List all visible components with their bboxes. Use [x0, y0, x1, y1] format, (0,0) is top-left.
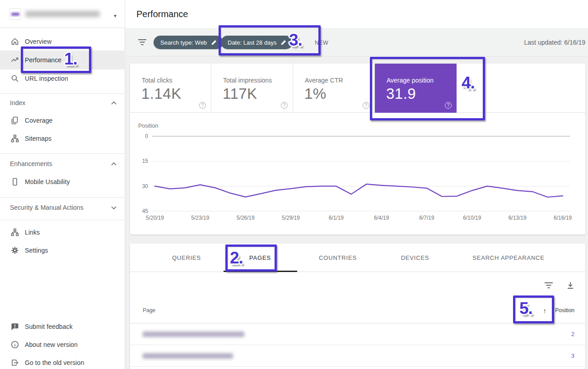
- edit-pencil-icon: [211, 39, 217, 46]
- section-header-label: Index: [10, 99, 25, 106]
- metric-card-average-position[interactable]: Average position 31.9 ?: [375, 64, 457, 113]
- x-tick-label: 5/26/19: [237, 215, 255, 221]
- sidebar-section-security-manual-actions[interactable]: Security & Manual Actions: [0, 201, 125, 214]
- metric-label: Average CTR: [305, 77, 343, 84]
- sidebar-item-go-to-old-version[interactable]: Go to the old version: [0, 354, 125, 369]
- table-row[interactable]: 3: [130, 345, 585, 367]
- sort-ascending-icon[interactable]: ↑: [543, 298, 547, 323]
- section-header-label: Enhancements: [10, 160, 52, 167]
- tab-search-appearance[interactable]: SEARCH APPEARANCE: [472, 244, 545, 272]
- divider: [0, 153, 125, 154]
- search-console-app: ▾ Overview Performance URL inspection In…: [0, 0, 588, 369]
- tab-pages[interactable]: PAGES: [249, 244, 271, 272]
- property-selector[interactable]: ▾: [0, 0, 125, 28]
- divider: [0, 197, 125, 198]
- last-updated-text: Last updated: 6/16/19: [524, 39, 585, 46]
- new-badge: NEW: [315, 40, 328, 46]
- help-icon[interactable]: ?: [363, 102, 369, 109]
- caret-down-icon: ▾: [114, 13, 117, 19]
- y-tick-label: 45: [142, 208, 149, 214]
- x-tick-label: 5/20/19: [146, 215, 164, 221]
- coverage-icon: [10, 116, 19, 125]
- feedback-icon: [10, 322, 19, 331]
- sidebar-item-performance[interactable]: Performance: [0, 51, 125, 69]
- x-tick-label: 5/29/19: [282, 215, 300, 221]
- sitemaps-icon: [10, 134, 19, 143]
- sidebar-item-label: About new version: [25, 341, 78, 348]
- sidebar-section-index[interactable]: Index: [0, 97, 125, 109]
- sidebar-item-label: Mobile Usability: [25, 178, 70, 185]
- metric-card-total-clicks[interactable]: Total clicks 1.14K ?: [130, 64, 211, 113]
- tab-queries[interactable]: QUERIES: [172, 244, 201, 272]
- x-tick-label: 6/1/19: [329, 215, 344, 221]
- home-icon: [10, 37, 19, 46]
- page-column-header[interactable]: Page: [143, 298, 155, 323]
- sidebar-item-label: Coverage: [25, 117, 53, 124]
- position-column-header[interactable]: Position: [555, 298, 574, 323]
- tab-countries[interactable]: COUNTRIES: [319, 244, 357, 272]
- divider: [0, 220, 125, 220]
- sidebar-item-label: Performance: [25, 56, 61, 64]
- sidebar-item-label: Settings: [25, 247, 48, 254]
- sidebar-item-label: Overview: [25, 38, 51, 45]
- sidebar-section-enhancements[interactable]: Enhancements: [0, 157, 125, 170]
- chevron-down-icon: [111, 205, 117, 210]
- sidebar-item-coverage[interactable]: Coverage: [0, 111, 125, 129]
- mobile-icon: [10, 177, 19, 186]
- x-tick-label: 6/13/19: [509, 215, 527, 221]
- sidebar-item-overview[interactable]: Overview: [0, 32, 125, 51]
- x-tick-label: 6/7/19: [419, 215, 434, 221]
- position-value: 2: [571, 323, 574, 345]
- table-header-row: Page ↑ Position: [130, 298, 585, 323]
- chevron-up-icon: [111, 101, 117, 105]
- search-type-filter-label: Search type: Web: [160, 39, 207, 46]
- help-icon[interactable]: ?: [445, 102, 452, 109]
- active-tab-underline: [224, 271, 297, 272]
- sidebar: ▾ Overview Performance URL inspection In…: [0, 0, 125, 369]
- page-url-redacted: [143, 353, 233, 359]
- table-filter-icon[interactable]: [544, 282, 553, 289]
- tab-devices[interactable]: DEVICES: [401, 244, 429, 272]
- date-range-filter-chip[interactable]: Date: Last 28 days: [221, 36, 293, 49]
- sidebar-item-label: Links: [25, 229, 40, 236]
- sidebar-item-label: Submit feedback: [25, 323, 73, 330]
- sidebar-item-links[interactable]: Links: [0, 223, 125, 241]
- filter-icon[interactable]: [138, 39, 147, 46]
- property-logo-mark: [11, 13, 19, 16]
- chart-y-axis-title: Position: [138, 123, 159, 129]
- sidebar-item-label: Sitemaps: [25, 135, 51, 142]
- y-tick-label: 0: [145, 133, 148, 139]
- position-value: 3: [571, 345, 574, 367]
- performance-chart-card: Total clicks 1.14K ? Total impressions 1…: [130, 64, 585, 235]
- help-icon[interactable]: ?: [281, 102, 288, 109]
- dimension-tabs: QUERIES PAGES COUNTRIES DEVICES SEARCH A…: [130, 244, 585, 272]
- info-icon: [10, 340, 19, 349]
- search-icon: [10, 74, 19, 83]
- sidebar-item-mobile-usability[interactable]: Mobile Usability: [0, 173, 125, 191]
- download-icon[interactable]: [566, 281, 575, 290]
- sidebar-item-settings[interactable]: Settings: [0, 241, 125, 259]
- chevron-up-icon: [111, 161, 117, 166]
- main-header: Performance: [125, 0, 588, 28]
- metric-card-average-ctr[interactable]: Average CTR 1% ?: [293, 64, 375, 113]
- metric-summary-row: Total clicks 1.14K ? Total impressions 1…: [130, 64, 585, 113]
- edit-pencil-icon: [280, 39, 287, 46]
- search-type-filter-chip[interactable]: Search type: Web: [154, 36, 223, 49]
- page-url-redacted: [143, 332, 244, 337]
- help-icon[interactable]: ?: [199, 102, 206, 109]
- sidebar-item-about-new-version[interactable]: About new version: [0, 336, 125, 354]
- position-line-chart: Position 01530455/20/195/23/195/26/195/2…: [130, 113, 585, 235]
- x-tick-label: 6/4/19: [374, 215, 389, 221]
- sidebar-item-sitemaps[interactable]: Sitemaps: [0, 129, 125, 148]
- x-tick-label: 5/23/19: [191, 215, 209, 221]
- sidebar-item-url-inspection[interactable]: URL inspection: [0, 69, 125, 88]
- property-logo: [9, 8, 21, 20]
- gear-icon: [10, 246, 19, 255]
- metric-card-total-impressions[interactable]: Total impressions 117K ?: [211, 64, 293, 113]
- x-tick-label: 6/10/19: [463, 215, 481, 221]
- sidebar-item-submit-feedback[interactable]: Submit feedback: [0, 318, 125, 336]
- metric-label: Total clicks: [142, 77, 173, 84]
- y-tick-label: 15: [142, 158, 149, 164]
- table-row[interactable]: 2: [130, 323, 585, 345]
- metric-value: 117K: [223, 85, 257, 102]
